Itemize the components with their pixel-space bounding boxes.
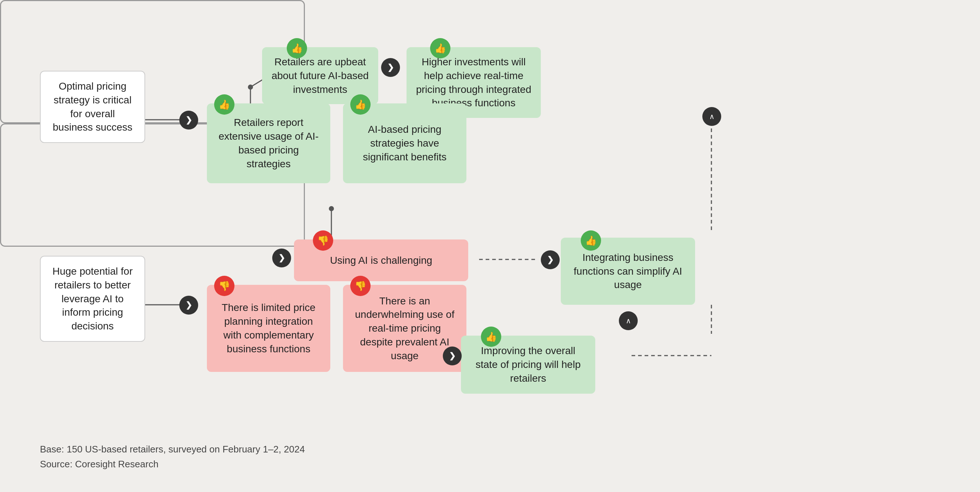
underwhelming-use-text: There is an underwhelming use of real-ti… bbox=[352, 294, 457, 363]
integrating-business-text: Integrating business functions can simpl… bbox=[570, 251, 686, 292]
thumb-up-improving: 👍 bbox=[481, 327, 501, 347]
optimal-pricing-text: Optimal pricing strategy is critical for… bbox=[52, 81, 132, 133]
improving-overall-text: Improving the overall state of pricing w… bbox=[470, 344, 586, 385]
retailers-upbeat-text: Retailers are upbeat about future AI-bas… bbox=[272, 56, 369, 95]
chevron-up-bottom: ∧ bbox=[619, 311, 638, 330]
integrating-business-node: Integrating business functions can simpl… bbox=[561, 238, 695, 305]
thumb-down-using-ai: 👎 bbox=[313, 230, 333, 251]
limited-price-node: There is limited price planning integrat… bbox=[207, 285, 330, 372]
optimal-pricing-node: Optimal pricing strategy is critical for… bbox=[40, 71, 145, 143]
improving-overall-node: Improving the overall state of pricing w… bbox=[461, 336, 595, 394]
chevron-up-top: ∧ bbox=[702, 107, 721, 126]
thumb-up-integrating: 👍 bbox=[581, 230, 601, 251]
huge-potential-node: Huge potential for retailers to better l… bbox=[40, 256, 145, 342]
arrow-circle-top-left: ❯ bbox=[179, 111, 198, 130]
arrow-circle-to-integrating: ❯ bbox=[541, 250, 560, 269]
thumb-up-retailers-report: 👍 bbox=[214, 94, 234, 115]
thumb-down-underwhelming: 👎 bbox=[350, 276, 371, 296]
retailers-report-node: Retailers report extensive usage of AI-b… bbox=[207, 103, 330, 183]
ai-pricing-node: AI-based pricing strategies have signifi… bbox=[343, 103, 466, 183]
ai-pricing-text: AI-based pricing strategies have signifi… bbox=[352, 123, 457, 163]
higher-investments-text: Higher investments will help achieve rea… bbox=[416, 56, 531, 108]
arrow-circle-retailers-to-higher: ❯ bbox=[381, 58, 400, 77]
thumb-up-retailers-upbeat: 👍 bbox=[287, 38, 307, 59]
footer: Base: 150 US-based retailers, surveyed o… bbox=[40, 442, 305, 472]
huge-potential-text: Huge potential for retailers to better l… bbox=[52, 266, 132, 332]
limited-price-text: There is limited price planning integrat… bbox=[216, 301, 321, 356]
thumb-up-ai-pricing: 👍 bbox=[350, 94, 371, 115]
arrow-circle-bottom-left: ❯ bbox=[179, 296, 198, 314]
using-ai-text: Using AI is challenging bbox=[330, 254, 432, 267]
diagram-container: Optimal pricing strategy is critical for… bbox=[0, 0, 980, 492]
thumb-up-higher-investments: 👍 bbox=[430, 38, 450, 59]
arrow-circle-to-improving: ❯ bbox=[443, 346, 462, 365]
arrow-circle-to-using-ai: ❯ bbox=[272, 249, 291, 267]
svg-point-8 bbox=[329, 206, 334, 211]
retailers-report-text: Retailers report extensive usage of AI-b… bbox=[216, 116, 321, 171]
thumb-down-limited-price: 👎 bbox=[214, 276, 234, 296]
footer-line1: Base: 150 US-based retailers, surveyed o… bbox=[40, 442, 305, 457]
footer-line2: Source: Coresight Research bbox=[40, 457, 305, 472]
